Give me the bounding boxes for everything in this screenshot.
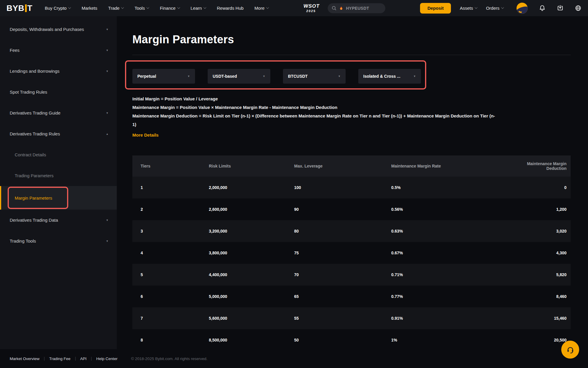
cell: 0.63% — [391, 229, 510, 233]
copyright-text: © 2018-2025 Bybit.com. All rights reserv… — [131, 357, 207, 361]
formula-line: 1) — [132, 120, 588, 129]
cell: 0.67% — [391, 251, 510, 255]
chevron-down-icon: ▼ — [106, 49, 109, 52]
nav-item-finance[interactable]: Finance — [160, 6, 179, 11]
download-button[interactable] — [557, 5, 564, 11]
chevron-down-icon — [501, 6, 504, 9]
cell: 50 — [294, 338, 391, 342]
cell: 0.77% — [391, 294, 510, 299]
nav-item-label: Rewards Hub — [217, 6, 244, 11]
chevron-down-icon — [475, 6, 478, 9]
table-row: 65,000,000650.77%8,460 — [132, 286, 571, 307]
sidebar-item-trading-parameters[interactable]: Trading Parameters — [0, 165, 117, 186]
more-details-link[interactable]: More Details — [132, 131, 159, 139]
menu-assets[interactable]: Assets — [460, 6, 477, 11]
nav-item-trade[interactable]: Trade — [108, 6, 124, 11]
sidebar-item-lendings-and-borrowings[interactable]: Lendings and Borrowings▼ — [0, 61, 117, 82]
cell: 4 — [141, 251, 209, 255]
filter-btcusdt[interactable]: BTCUSDT▼ — [283, 69, 346, 84]
filter-value: USDT-based — [213, 74, 237, 79]
filter-value: Isolated & Cross ... — [363, 74, 400, 79]
sidebar-item-deposits-withdrawals-and-purchases[interactable]: Deposits, Withdrawals and Purchases▼ — [0, 19, 117, 40]
cell: 0.56% — [391, 207, 510, 212]
sidebar-item-derivatives-trading-data[interactable]: Derivatives Trading Data▼ — [0, 210, 117, 231]
sidebar-item-label: Lendings and Borrowings — [10, 69, 59, 74]
chevron-down-icon: ▼ — [106, 240, 109, 243]
filter-perpetual[interactable]: Perpetual▼ — [132, 69, 195, 84]
deposit-button[interactable]: Deposit — [420, 3, 451, 14]
formula-line: Maintenance Margin = Position Value × Ma… — [132, 103, 588, 112]
cell: 4,300 — [510, 251, 567, 255]
bell-icon — [539, 5, 546, 11]
search-input[interactable]: HYPEUSDT — [328, 3, 385, 13]
cell: 20,500 — [510, 338, 567, 342]
table-header-row: TiersRisk LimitsMax. LeverageMaintenance… — [132, 155, 571, 177]
footer: Market OverviewTrading FeeAPIHelp Center… — [0, 349, 588, 368]
cell: 1% — [391, 338, 510, 342]
sidebar-item-derivatives-trading-guide[interactable]: Derivatives Trading Guide▼ — [0, 102, 117, 123]
nav-item-label: Buy Crypto — [45, 6, 66, 11]
search-value: HYPEUSDT — [346, 6, 369, 11]
navbar-right: WSOT 2025 HYPEUSDT Deposit AssetsOrders — [303, 3, 582, 14]
wsot-line2: 2025 — [303, 9, 319, 13]
wsot-2025-badge[interactable]: WSOT 2025 — [303, 4, 320, 13]
cell: 65 — [294, 294, 391, 299]
cell: 2,600,000 — [209, 207, 294, 212]
cell: 0.91% — [391, 316, 510, 321]
cell: 3,200,000 — [209, 229, 294, 233]
chevron-down-icon: ▼ — [106, 112, 109, 115]
notifications-button[interactable] — [539, 5, 546, 11]
nav-item-markets[interactable]: Markets — [81, 6, 97, 11]
nav-item-buy-crypto[interactable]: Buy Crypto — [45, 6, 71, 11]
footer-link-market-overview[interactable]: Market Overview — [10, 357, 39, 361]
nav-item-rewards-hub[interactable]: Rewards Hub — [217, 6, 244, 11]
sidebar-item-label: Derivatives Trading Rules — [10, 131, 60, 136]
chevron-down-icon — [266, 6, 269, 9]
support-chat-button[interactable] — [561, 341, 579, 359]
column-header-tiers: Tiers — [141, 164, 209, 168]
cell: 90 — [294, 207, 391, 212]
sidebar-item-derivatives-trading-rules[interactable]: Derivatives Trading Rules▲ — [0, 123, 117, 144]
sidebar-item-trading-tools[interactable]: Trading Tools▼ — [0, 231, 117, 251]
cell: 1 — [141, 185, 209, 190]
formula-line: Initial Margin = Position Value / Levera… — [132, 95, 588, 103]
filter-value: BTCUSDT — [288, 74, 308, 79]
sidebar-item-label: Contract Details — [15, 152, 46, 157]
column-header-risk-limits: Risk Limits — [209, 164, 294, 168]
table-row: 75,600,000550.91%15,460 — [132, 307, 571, 329]
nav-item-label: Trade — [108, 6, 120, 11]
cell: 70 — [294, 272, 391, 277]
menu-orders[interactable]: Orders — [486, 6, 504, 11]
table-row: 12,000,0001000.5%0 — [132, 177, 571, 198]
footer-link-trading-fee[interactable]: Trading Fee — [49, 357, 70, 361]
sidebar-item-fees[interactable]: Fees▼ — [0, 40, 117, 61]
sidebar-item-contract-details[interactable]: Contract Details — [0, 144, 117, 165]
sidebar-item-margin-parameters[interactable]: Margin Parameters — [0, 186, 117, 210]
cell: 2,000,000 — [209, 185, 294, 190]
footer-separator — [91, 357, 91, 361]
nav-item-tools[interactable]: Tools — [134, 6, 149, 11]
footer-link-help-center[interactable]: Help Center — [96, 357, 117, 361]
avatar[interactable] — [517, 3, 528, 14]
bybit-logo[interactable]: BYB T — [6, 4, 32, 13]
nav-item-more[interactable]: More — [254, 6, 269, 11]
cell: 5,820 — [510, 272, 567, 277]
cell: 55 — [294, 316, 391, 321]
nav-item-label: Learn — [191, 6, 202, 11]
main-nav: Buy CryptoMarketsTradeToolsFinanceLearnR… — [45, 6, 269, 11]
nav-item-learn[interactable]: Learn — [191, 6, 206, 11]
cell: 0.71% — [391, 272, 510, 277]
page-title: Margin Parameters — [132, 33, 234, 46]
sidebar-item-label: Derivatives Trading Guide — [10, 110, 61, 115]
cell: 5,000,000 — [209, 294, 294, 299]
language-button[interactable] — [575, 5, 582, 11]
sidebar-item-spot-trading-rules[interactable]: Spot Trading Rules — [0, 82, 117, 102]
chevron-down-icon — [121, 6, 124, 9]
menu-label: Orders — [486, 6, 499, 11]
filter-usdt-based[interactable]: USDT-based▼ — [208, 69, 270, 84]
filter-isolated-cross[interactable]: Isolated & Cross ...▼ — [358, 69, 421, 84]
formula-block: Initial Margin = Position Value / Levera… — [132, 95, 588, 139]
chevron-down-icon — [204, 6, 206, 9]
nav-item-label: Markets — [81, 6, 97, 11]
footer-link-api[interactable]: API — [80, 357, 87, 361]
